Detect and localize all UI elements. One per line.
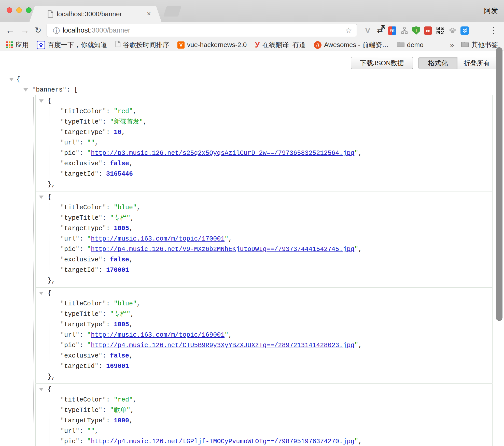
json-key: pic (64, 246, 76, 253)
download-json-button[interactable]: 下载JSON数据 (351, 57, 413, 69)
json-number-value: 1005 (114, 225, 129, 232)
bookmark-label: 其他书签 (471, 40, 498, 49)
bookmark-youdao[interactable]: У 在线翻译_有道 (255, 40, 306, 50)
json-link-value[interactable]: http://music.163.com/m/topic/170001 (91, 235, 225, 243)
bookmark-google-sort[interactable]: 谷歌按时间排序 (115, 40, 169, 49)
collapse-toggle-icon[interactable] (39, 99, 44, 103)
json-field-line: "url": "", (36, 138, 492, 148)
json-field-line: "titleColor": "blue", (36, 299, 492, 309)
bookmark-label: 在线翻译_有道 (262, 40, 305, 49)
json-key: banners (36, 86, 63, 94)
json-field-line: "exclusive": false, (36, 158, 492, 169)
back-button[interactable]: ← (6, 24, 15, 36)
json-field-line: "pic": "http://p4.music.126.net/V9-MXz6b… (36, 244, 492, 255)
json-string-value: "red" (114, 396, 133, 404)
baidu-paw-icon (37, 41, 45, 49)
json-number-value: 169001 (106, 363, 129, 370)
collapse-toggle-icon[interactable] (23, 88, 28, 92)
json-link-value[interactable]: http://music.163.com/m/topic/169001 (91, 331, 225, 339)
json-number-value: 3165446 (106, 170, 133, 178)
browser-toolbar: ← → ↻ ⓘ localhost:3000/banner ☆ V ⇄英 FE … (0, 22, 504, 39)
json-close-brace-line: }, (36, 371, 492, 382)
collapse-toggle-icon[interactable] (39, 196, 44, 199)
reload-button[interactable]: ↻ (35, 24, 41, 36)
json-key: exclusive (64, 256, 99, 263)
page-favicon-icon (48, 10, 53, 19)
json-field-line: "titleColor": "red", (36, 106, 492, 117)
json-field-line: "pic": "http://p3.music.126.net/s25q2x5Q… (36, 148, 492, 158)
minimize-window-button[interactable] (16, 7, 22, 13)
bookmark-star-icon[interactable]: ☆ (345, 26, 352, 35)
json-field-line: "exclusive": false, (36, 255, 492, 265)
json-field-line: "pic": "http://p4.music.126.net/tGPljf-I… (36, 436, 492, 446)
json-array-item: { "titleColor": "blue","typeTitle": "专栏"… (35, 287, 493, 383)
bookmark-vue-hackernews[interactable]: V vue-hackernews-2.0 (177, 41, 247, 49)
json-field-line: "url": "http://music.163.com/m/topic/169… (36, 330, 492, 340)
downloader-icon[interactable] (460, 26, 469, 35)
vue-devtools-icon[interactable]: V (363, 26, 372, 35)
fe-helper-icon[interactable]: FE (388, 26, 396, 35)
menu-dots-icon[interactable]: ⋮ (489, 24, 498, 36)
json-key: pic (64, 150, 76, 157)
json-key: exclusive (64, 352, 99, 360)
bookmark-label: demo (407, 41, 424, 49)
json-array-item: { "titleColor": "red","typeTitle": "歌单",… (35, 383, 493, 446)
profile-name[interactable]: 阿发 (484, 6, 498, 15)
json-field-line: "url": "", (36, 426, 492, 436)
json-key: url (64, 427, 76, 435)
json-item-lines: "titleColor": "red","typeTitle": "歌单","t… (36, 395, 492, 446)
collapse-toggle-icon[interactable] (9, 78, 14, 81)
collapse-toggle-icon[interactable] (39, 292, 44, 295)
page-icon (115, 41, 120, 49)
json-link-value[interactable]: http://p4.music.126.net/CTU5B9R9y3XyYBZX… (91, 342, 354, 349)
json-field-line: "exclusive": false, (36, 351, 492, 361)
json-link-value[interactable]: http://p4.music.126.net/tGPljf-IMOCyPvum… (91, 438, 354, 445)
tab-close-icon[interactable]: × (147, 10, 151, 18)
page-info-icon[interactable]: ⓘ (53, 26, 60, 35)
json-link-value[interactable]: http://p3.music.126.net/s25q2x5QyqsAzilC… (91, 150, 354, 157)
json-root-line: { (0, 74, 504, 85)
json-key: titleColor (64, 204, 102, 211)
folder-icon (397, 41, 404, 49)
paw-icon[interactable] (448, 26, 457, 35)
banner-list: { "titleColor": "red","typeTitle": "新碟首发… (0, 95, 504, 446)
json-field-line: "targetType": 1000, (36, 415, 492, 426)
collapse-toggle-icon[interactable] (39, 388, 44, 391)
qr-code-icon[interactable] (436, 26, 444, 35)
url-path: :3000/banner (90, 26, 130, 34)
json-key: typeTitle (64, 118, 99, 126)
video-helper-icon[interactable]: ▶▶ (424, 26, 432, 35)
json-field-line: "pic": "http://p4.music.126.net/CTU5B9R9… (36, 340, 492, 351)
collapse-all-button[interactable]: 折叠所有 (457, 57, 496, 69)
other-bookmarks-folder[interactable]: 其他书签 (461, 40, 498, 49)
browser-tab[interactable]: localhost:3000/banner × (29, 6, 162, 22)
json-field-line: "url": "http://music.163.com/m/topic/170… (36, 234, 492, 244)
close-window-button[interactable] (7, 7, 12, 13)
url-text[interactable]: localhost:3000/banner (63, 26, 130, 34)
bookmark-apps[interactable]: 应用 (6, 40, 29, 49)
vertical-scrollbar-thumb[interactable] (496, 47, 502, 321)
bookmark-awesomes[interactable]: A Awesomes - 前端资… (314, 40, 389, 49)
translate-icon[interactable]: ⇄英 (376, 26, 384, 35)
bookmark-label: Awesomes - 前端资… (324, 40, 389, 49)
apps-grid-icon (6, 41, 13, 48)
bookmarks-overflow-icon[interactable]: » (450, 41, 454, 49)
bookmark-label: 百度一下，你就知道 (48, 40, 107, 49)
format-button[interactable]: 格式化 (419, 57, 457, 69)
json-close-brace-line: }, (36, 275, 492, 286)
zoom-window-button[interactable] (26, 7, 32, 13)
url-bar[interactable]: ⓘ localhost:3000/banner ☆ (47, 24, 357, 37)
json-boolean-value: false (110, 352, 129, 360)
sitemap-icon[interactable] (400, 26, 409, 35)
json-open-brace-line: { (36, 96, 492, 106)
new-tab-button[interactable] (163, 6, 181, 17)
json-open-brace-line: { (36, 288, 492, 299)
window-controls (7, 7, 32, 13)
json-key: pic (64, 342, 76, 349)
bookmark-baidu[interactable]: 百度一下，你就知道 (37, 40, 107, 49)
json-field-line: "typeTitle": "新碟首发", (36, 117, 492, 127)
bookmark-folder-demo[interactable]: demo (397, 41, 424, 49)
shield-icon[interactable]: T (412, 26, 420, 35)
json-link-value[interactable]: http://p4.music.126.net/V9-MXz6b2MNhEKju… (91, 246, 354, 253)
indent-guide (18, 85, 18, 435)
